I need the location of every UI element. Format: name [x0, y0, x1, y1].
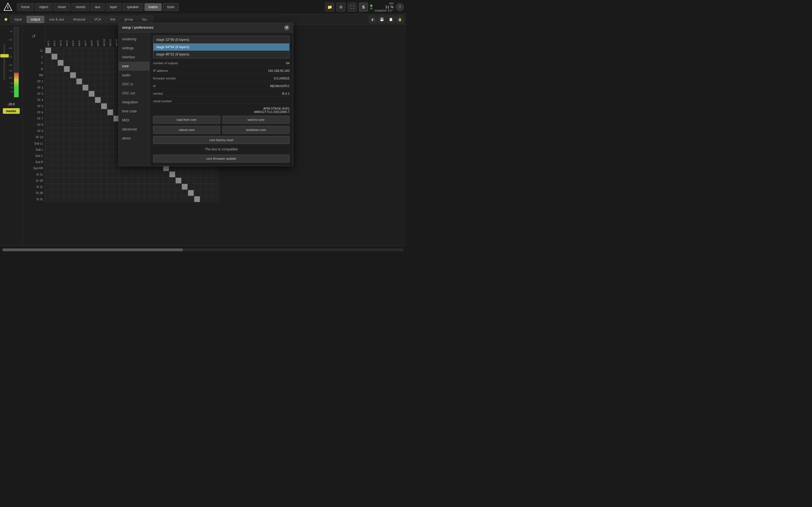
matrix-cell[interactable]: [163, 171, 169, 177]
matrix-cell[interactable]: [82, 128, 89, 134]
core-factory-reset-button[interactable]: core factory reset: [153, 136, 290, 144]
matrix-cell[interactable]: [82, 84, 89, 91]
matrix-cell[interactable]: [76, 177, 82, 184]
matrix-cell[interactable]: [107, 54, 113, 60]
matrix-cell[interactable]: [45, 128, 51, 134]
matrix-cell[interactable]: [76, 115, 82, 122]
matrix-cell[interactable]: [119, 196, 126, 202]
matrix-cell[interactable]: [107, 72, 113, 78]
matrix-cell[interactable]: [107, 122, 113, 128]
matrix-cell[interactable]: [64, 66, 70, 72]
matrix-cell[interactable]: [45, 78, 51, 84]
matrix-cell[interactable]: [82, 72, 89, 78]
matrix-cell[interactable]: [89, 190, 95, 196]
matrix-cell[interactable]: [89, 153, 95, 159]
matrix-cell[interactable]: [70, 147, 76, 153]
matrix-cell[interactable]: [101, 72, 107, 78]
subnav-binaural[interactable]: binaural: [69, 16, 90, 23]
matrix-cell[interactable]: [45, 171, 51, 177]
matrix-cell[interactable]: [57, 122, 64, 128]
modal-nav-audio[interactable]: audio: [119, 71, 149, 80]
matrix-cell[interactable]: [113, 171, 119, 177]
load-from-core-button[interactable]: load from core: [153, 116, 220, 124]
matrix-cell[interactable]: [107, 91, 113, 97]
matrix-cell[interactable]: [82, 196, 89, 202]
modal-nav-about[interactable]: about: [119, 134, 149, 143]
matrix-cell[interactable]: [132, 190, 138, 196]
matrix-cell[interactable]: [51, 190, 57, 196]
matrix-cell[interactable]: [157, 171, 163, 177]
matrix-cell[interactable]: [76, 184, 82, 190]
nav-aux[interactable]: aux: [91, 3, 104, 11]
matrix-cell[interactable]: [70, 60, 76, 66]
matrix-cell[interactable]: [82, 103, 89, 109]
matrix-cell[interactable]: [107, 78, 113, 84]
matrix-cell[interactable]: [107, 115, 113, 122]
matrix-cell[interactable]: [107, 190, 113, 196]
matrix-cell[interactable]: [182, 184, 188, 190]
matrix-cell[interactable]: [101, 171, 107, 177]
matrix-cell[interactable]: [157, 196, 163, 202]
matrix-cell[interactable]: [76, 171, 82, 177]
matrix-cell[interactable]: [57, 91, 64, 97]
matrix-cell[interactable]: [76, 109, 82, 115]
matrix-cell[interactable]: [119, 190, 126, 196]
matrix-cell[interactable]: [51, 171, 57, 177]
modal-nav-time-code[interactable]: time code: [119, 107, 149, 116]
matrix-cell[interactable]: [45, 184, 51, 190]
matrix-cell[interactable]: [101, 140, 107, 147]
matrix-cell[interactable]: [113, 177, 119, 184]
matrix-cell[interactable]: [89, 60, 95, 66]
matrix-cell[interactable]: [82, 66, 89, 72]
subnav-icon-3[interactable]: 📋: [387, 15, 395, 23]
matrix-cell[interactable]: [51, 122, 57, 128]
matrix-cell[interactable]: [51, 128, 57, 134]
matrix-cell[interactable]: [45, 97, 51, 103]
matrix-cell[interactable]: [57, 47, 64, 54]
matrix-cell[interactable]: [169, 184, 175, 190]
matrix-cell[interactable]: [175, 196, 182, 202]
matrix-cell[interactable]: [89, 103, 95, 109]
matrix-cell[interactable]: [119, 177, 126, 184]
matrix-cell[interactable]: [132, 177, 138, 184]
matrix-cell[interactable]: [45, 177, 51, 184]
subnav-icon-2[interactable]: 💾: [378, 15, 386, 23]
matrix-cell[interactable]: [89, 122, 95, 128]
matrix-cell[interactable]: [188, 190, 194, 196]
subnav-link[interactable]: link: [106, 16, 119, 23]
bottom-scrollbar[interactable]: [0, 245, 406, 253]
matrix-cell[interactable]: [101, 60, 107, 66]
matrix-cell[interactable]: [45, 115, 51, 122]
matrix-cell[interactable]: [119, 184, 126, 190]
matrix-cell[interactable]: [76, 153, 82, 159]
matrix-cell[interactable]: [57, 196, 64, 202]
matrix-cell[interactable]: [194, 196, 200, 202]
matrix-cell[interactable]: [175, 190, 182, 196]
matrix-cell[interactable]: [76, 97, 82, 103]
matrix-cell[interactable]: [206, 177, 213, 184]
matrix-cell[interactable]: [57, 140, 64, 147]
shutdown-core-button[interactable]: shutdown core: [222, 126, 290, 134]
matrix-cell[interactable]: [200, 177, 206, 184]
help-button[interactable]: ?: [396, 3, 404, 11]
matrix-cell[interactable]: [64, 171, 70, 177]
matrix-cell[interactable]: [126, 196, 132, 202]
matrix-cell[interactable]: [45, 147, 51, 153]
matrix-cell[interactable]: [101, 78, 107, 84]
matrix-cell[interactable]: [45, 72, 51, 78]
matrix-cell[interactable]: [101, 103, 107, 109]
matrix-cell[interactable]: [57, 159, 64, 165]
matrix-cell[interactable]: [163, 190, 169, 196]
matrix-cell[interactable]: [57, 103, 64, 109]
subnav-icon-4[interactable]: 🔒: [396, 15, 404, 23]
matrix-cell[interactable]: [113, 196, 119, 202]
matrix-cell[interactable]: [138, 196, 144, 202]
matrix-cell[interactable]: [64, 196, 70, 202]
matrix-cell[interactable]: [200, 171, 206, 177]
matrix-cell[interactable]: [95, 140, 101, 147]
nav-matrix[interactable]: matrix: [144, 3, 162, 11]
matrix-cell[interactable]: [89, 159, 95, 165]
matrix-cell[interactable]: [82, 190, 89, 196]
matrix-cell[interactable]: [57, 97, 64, 103]
matrix-cell[interactable]: [64, 153, 70, 159]
